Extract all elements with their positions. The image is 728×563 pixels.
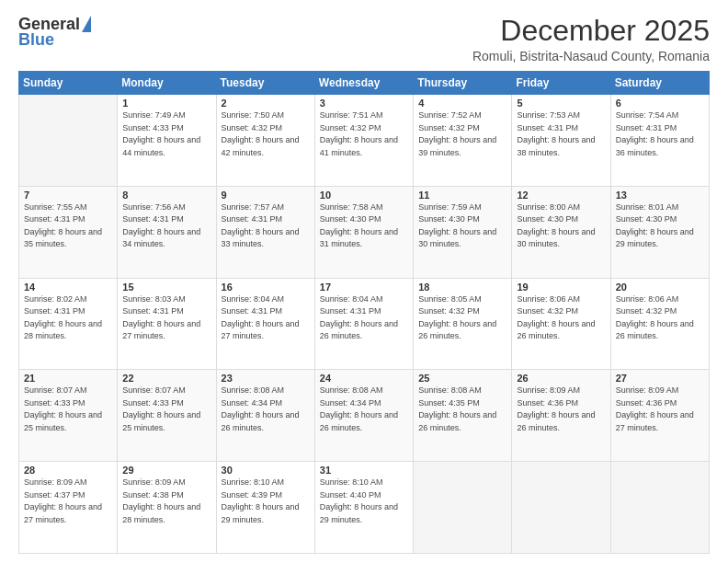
sunset-text: Sunset: 4:33 PM — [122, 398, 184, 408]
day-info: Sunrise: 7:54 AMSunset: 4:31 PMDaylight:… — [616, 109, 704, 159]
sunset-text: Sunset: 4:38 PM — [122, 490, 184, 500]
day-info: Sunrise: 8:03 AMSunset: 4:31 PMDaylight:… — [122, 293, 210, 343]
sunset-text: Sunset: 4:33 PM — [24, 398, 85, 408]
header-saturday: Saturday — [610, 72, 709, 95]
daylight-text: Daylight: 8 hours and 27 minutes. — [616, 410, 694, 432]
table-row: 20Sunrise: 8:06 AMSunset: 4:32 PMDayligh… — [610, 278, 709, 370]
calendar-week-row: 21Sunrise: 8:07 AMSunset: 4:33 PMDayligh… — [19, 370, 710, 462]
day-info: Sunrise: 8:00 AMSunset: 4:30 PMDaylight:… — [517, 201, 605, 251]
sunset-text: Sunset: 4:32 PM — [418, 306, 480, 316]
calendar-week-row: 7Sunrise: 7:55 AMSunset: 4:31 PMDaylight… — [19, 186, 710, 278]
day-number: 23 — [222, 373, 310, 384]
day-number: 14 — [24, 282, 112, 293]
sunrise-text: Sunrise: 8:06 AM — [517, 294, 580, 304]
day-info: Sunrise: 7:50 AMSunset: 4:32 PMDaylight:… — [222, 109, 310, 159]
table-row — [610, 462, 709, 554]
daylight-text: Daylight: 8 hours and 27 minutes. — [222, 319, 300, 341]
day-info: Sunrise: 7:52 AMSunset: 4:32 PMDaylight:… — [418, 109, 506, 159]
sunset-text: Sunset: 4:33 PM — [122, 123, 184, 132]
daylight-text: Daylight: 8 hours and 26 minutes. — [517, 410, 595, 432]
sunrise-text: Sunrise: 7:58 AM — [320, 202, 383, 212]
daylight-text: Daylight: 8 hours and 44 minutes. — [122, 135, 200, 157]
daylight-text: Daylight: 8 hours and 28 minutes. — [122, 502, 200, 524]
day-number: 7 — [24, 190, 112, 201]
day-number: 13 — [616, 190, 704, 201]
sunset-text: Sunset: 4:31 PM — [222, 214, 283, 224]
daylight-text: Daylight: 8 hours and 27 minutes. — [24, 502, 102, 524]
sunset-text: Sunset: 4:31 PM — [122, 306, 184, 316]
sunset-text: Sunset: 4:34 PM — [320, 398, 381, 408]
calendar-week-row: 14Sunrise: 8:02 AMSunset: 4:31 PMDayligh… — [19, 278, 710, 370]
daylight-text: Daylight: 8 hours and 26 minutes. — [517, 319, 595, 341]
table-row: 1Sunrise: 7:49 AMSunset: 4:33 PMDaylight… — [118, 95, 216, 187]
header: General Blue December 2025 Romuli, Bistr… — [18, 15, 710, 63]
day-info: Sunrise: 8:06 AMSunset: 4:32 PMDaylight:… — [616, 293, 704, 343]
day-number: 12 — [517, 190, 605, 201]
sunrise-text: Sunrise: 8:03 AM — [122, 294, 186, 304]
sunset-text: Sunset: 4:30 PM — [616, 214, 677, 224]
daylight-text: Daylight: 8 hours and 26 minutes. — [418, 319, 496, 341]
table-row: 24Sunrise: 8:08 AMSunset: 4:34 PMDayligh… — [314, 370, 413, 462]
sunset-text: Sunset: 4:37 PM — [24, 490, 85, 500]
daylight-text: Daylight: 8 hours and 38 minutes. — [517, 135, 595, 157]
title-section: December 2025 Romuli, Bistrita-Nasaud Co… — [472, 15, 710, 63]
sunset-text: Sunset: 4:31 PM — [517, 123, 578, 132]
day-info: Sunrise: 8:10 AMSunset: 4:40 PMDaylight:… — [320, 477, 408, 526]
day-info: Sunrise: 7:57 AMSunset: 4:31 PMDaylight:… — [222, 201, 310, 251]
sunrise-text: Sunrise: 7:53 AM — [517, 110, 580, 120]
day-info: Sunrise: 8:10 AMSunset: 4:39 PMDaylight:… — [222, 477, 310, 526]
sunrise-text: Sunrise: 8:09 AM — [517, 385, 580, 395]
day-number: 10 — [320, 190, 408, 201]
calendar-week-row: 1Sunrise: 7:49 AMSunset: 4:33 PMDaylight… — [19, 95, 710, 187]
table-row: 15Sunrise: 8:03 AMSunset: 4:31 PMDayligh… — [118, 278, 216, 370]
sunrise-text: Sunrise: 8:04 AM — [320, 294, 383, 304]
day-info: Sunrise: 8:09 AMSunset: 4:36 PMDaylight:… — [517, 385, 605, 434]
daylight-text: Daylight: 8 hours and 39 minutes. — [418, 135, 496, 157]
day-info: Sunrise: 8:01 AMSunset: 4:30 PMDaylight:… — [616, 201, 704, 251]
day-number: 17 — [320, 282, 408, 293]
sunrise-text: Sunrise: 7:59 AM — [418, 202, 482, 212]
sunset-text: Sunset: 4:31 PM — [320, 306, 381, 316]
sunset-text: Sunset: 4:34 PM — [222, 398, 283, 408]
daylight-text: Daylight: 8 hours and 31 minutes. — [320, 227, 398, 249]
table-row: 14Sunrise: 8:02 AMSunset: 4:31 PMDayligh… — [19, 278, 118, 370]
day-info: Sunrise: 7:59 AMSunset: 4:30 PMDaylight:… — [418, 201, 506, 251]
sunrise-text: Sunrise: 8:09 AM — [122, 477, 186, 487]
day-number: 16 — [222, 282, 310, 293]
sunrise-text: Sunrise: 7:56 AM — [122, 202, 186, 212]
day-info: Sunrise: 8:05 AMSunset: 4:32 PMDaylight:… — [418, 293, 506, 343]
table-row: 5Sunrise: 7:53 AMSunset: 4:31 PMDaylight… — [512, 95, 610, 187]
daylight-text: Daylight: 8 hours and 42 minutes. — [222, 135, 300, 157]
day-info: Sunrise: 8:07 AMSunset: 4:33 PMDaylight:… — [122, 385, 210, 434]
header-monday: Monday — [118, 72, 216, 95]
sunrise-text: Sunrise: 7:49 AM — [122, 110, 186, 120]
table-row — [512, 462, 610, 554]
day-number: 19 — [517, 282, 605, 293]
sunset-text: Sunset: 4:39 PM — [222, 490, 283, 500]
day-info: Sunrise: 8:02 AMSunset: 4:31 PMDaylight:… — [24, 293, 112, 343]
sunset-text: Sunset: 4:31 PM — [24, 306, 85, 316]
sunrise-text: Sunrise: 8:06 AM — [616, 294, 679, 304]
day-info: Sunrise: 7:56 AMSunset: 4:31 PMDaylight:… — [122, 201, 210, 251]
sunrise-text: Sunrise: 8:08 AM — [320, 385, 383, 395]
day-number: 4 — [418, 98, 506, 109]
day-number: 27 — [616, 373, 704, 384]
day-number: 5 — [517, 98, 605, 109]
day-info: Sunrise: 8:08 AMSunset: 4:34 PMDaylight:… — [222, 385, 310, 434]
daylight-text: Daylight: 8 hours and 26 minutes. — [320, 319, 398, 341]
calendar-header-row: Sunday Monday Tuesday Wednesday Thursday… — [19, 72, 710, 95]
day-number: 2 — [222, 98, 310, 109]
table-row: 13Sunrise: 8:01 AMSunset: 4:30 PMDayligh… — [610, 186, 709, 278]
sunset-text: Sunset: 4:30 PM — [320, 214, 381, 224]
page: General Blue December 2025 Romuli, Bistr… — [0, 0, 728, 563]
daylight-text: Daylight: 8 hours and 34 minutes. — [122, 227, 200, 249]
sunset-text: Sunset: 4:30 PM — [517, 214, 578, 224]
table-row: 27Sunrise: 8:09 AMSunset: 4:36 PMDayligh… — [610, 370, 709, 462]
sunset-text: Sunset: 4:31 PM — [222, 306, 283, 316]
day-info: Sunrise: 8:04 AMSunset: 4:31 PMDaylight:… — [320, 293, 408, 343]
sunrise-text: Sunrise: 7:55 AM — [24, 202, 87, 212]
sunrise-text: Sunrise: 7:54 AM — [616, 110, 679, 120]
day-number: 9 — [222, 190, 310, 201]
daylight-text: Daylight: 8 hours and 30 minutes. — [517, 227, 595, 249]
day-number: 1 — [122, 98, 210, 109]
